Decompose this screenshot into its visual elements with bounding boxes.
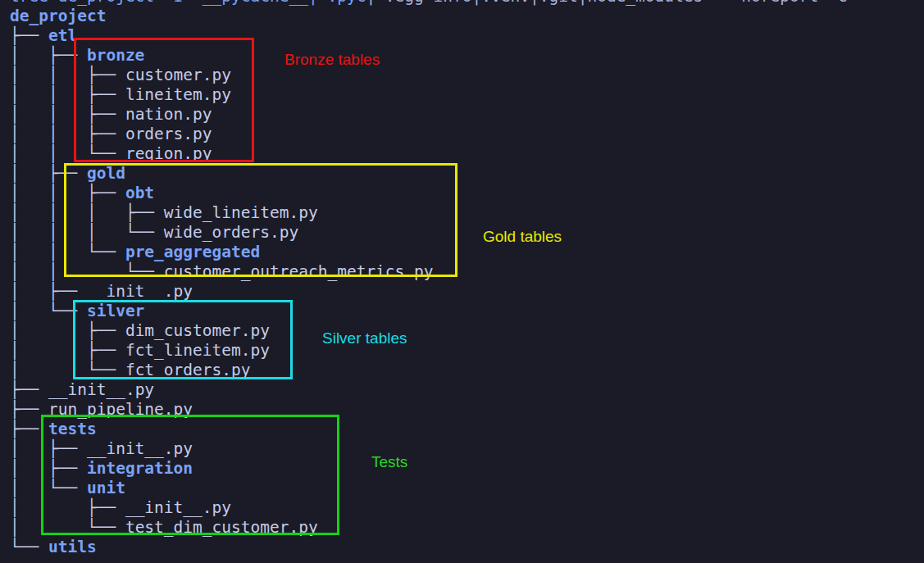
tree-branch-glyphs: └── [10, 538, 48, 556]
silver-annotation-label: Silver tables [322, 329, 407, 347]
gold-annotation-label: Gold tables [483, 228, 562, 246]
bronze-annotation-label: Bronze tables [284, 51, 380, 69]
command-fragment-1: |*.egg-info|.venv|.git|node_modules" --n… [366, 0, 847, 6]
directory-name: utils [48, 538, 97, 556]
tree-branch-glyphs: ├── [10, 26, 48, 45]
file-name: __init__.py [87, 282, 193, 301]
tree-line-de-project: de_project [10, 7, 847, 26]
directory-name: etl [48, 26, 77, 45]
tests-annotation-label: Tests [371, 453, 407, 471]
silver-annotation-box [73, 300, 293, 379]
command-fragment-0: tree de_project -I "__pycache__|*.pyc [10, 0, 366, 6]
tree-branch-glyphs: ├── [10, 380, 48, 399]
terminal-window: tree de_project -I "__pycache__|*.pyc|*.… [0, 0, 924, 563]
tree-line--init-py: │ ├── __init__.py [10, 282, 847, 302]
gold-annotation-box [64, 163, 457, 277]
tests-annotation-box [41, 415, 339, 535]
tree-branch-glyphs: │ ├── [10, 282, 87, 301]
command-line: tree de_project -I "__pycache__|*.pyc|*.… [10, 0, 847, 7]
directory-name: de_project [10, 7, 106, 25]
bronze-annotation-box [74, 38, 254, 162]
tree-line--init-py: ├── __init__.py [10, 380, 847, 400]
tree-line-utils: └── utils [10, 538, 847, 557]
file-name: __init__.py [48, 380, 154, 399]
